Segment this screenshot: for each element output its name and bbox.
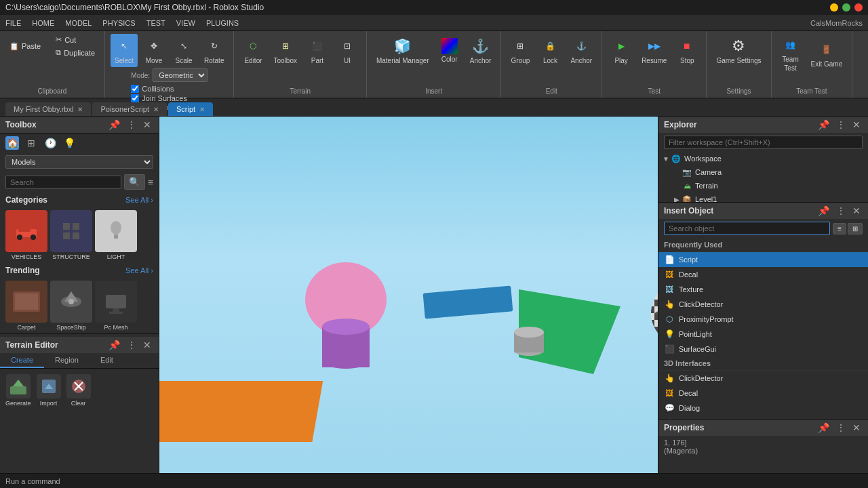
- insert-decal-freq[interactable]: 🖼 Decal: [658, 267, 868, 282]
- tab-script-close[interactable]: ✕: [199, 106, 205, 113]
- toolbox-pin[interactable]: 📌: [106, 119, 122, 130]
- terrain-tab-create[interactable]: Create: [0, 353, 44, 368]
- play-button[interactable]: ▶ Play: [608, 34, 635, 67]
- tab-poisoner[interactable]: PoisonerScript ✕: [92, 102, 167, 116]
- insert-pin[interactable]: 📌: [816, 205, 831, 216]
- color-button[interactable]: Color: [436, 35, 463, 66]
- group-button[interactable]: ⊞ Group: [507, 34, 534, 67]
- tab-obby[interactable]: My First Obby.rbxl ✕: [5, 102, 91, 116]
- search-button[interactable]: 🔍: [124, 174, 145, 190]
- move-button[interactable]: ✥ Move: [140, 34, 167, 67]
- insert-label: Insert: [425, 86, 442, 95]
- ui-button[interactable]: ⊡ UI: [334, 34, 361, 67]
- properties-pin[interactable]: 📌: [816, 422, 831, 433]
- duplicate-button[interactable]: ⧉ Duplicate: [52, 47, 99, 58]
- categories-see-all[interactable]: See All ›: [125, 196, 153, 204]
- part-button[interactable]: ⬛ Part: [304, 34, 331, 67]
- toolbox-tab-clock[interactable]: 🕐: [43, 136, 57, 150]
- properties-close[interactable]: ✕: [850, 422, 863, 433]
- anchor-button[interactable]: ⚓ Anchor: [466, 34, 496, 67]
- terrain-tab-edit[interactable]: Edit: [90, 353, 124, 368]
- insert-surfacegui[interactable]: ⬛ SurfaceGui: [658, 342, 868, 357]
- terrain-clear[interactable]: Clear: [66, 374, 91, 407]
- category-structure[interactable]: STRUCTURE: [50, 210, 92, 260]
- toolbox-tab-models[interactable]: 🏠: [5, 136, 19, 150]
- tab-obby-close[interactable]: ✕: [77, 106, 83, 113]
- filter-button[interactable]: ≡: [148, 177, 153, 188]
- insert-grid-view[interactable]: ⊞: [848, 223, 863, 235]
- exit-game-button[interactable]: 🚪 Exit Game: [807, 37, 847, 70]
- explorer-more[interactable]: ⋮: [834, 119, 848, 130]
- insert-pointlight[interactable]: 💡 PointLight: [658, 327, 868, 342]
- mode-dropdown[interactable]: Geometric: [153, 68, 208, 82]
- trending-pcmesh[interactable]: Pc Mesh: [95, 281, 137, 331]
- terrain-close[interactable]: ✕: [141, 340, 153, 350]
- insert-close[interactable]: ✕: [850, 205, 863, 216]
- insert-clickdetector-freq[interactable]: 👆 ClickDetector: [658, 297, 868, 312]
- terrain-tab-region[interactable]: Region: [44, 353, 90, 368]
- trending-see-all[interactable]: See All ›: [125, 266, 153, 274]
- tree-camera[interactable]: 📷 Camera: [658, 165, 868, 179]
- join-surfaces-checkbox[interactable]: [131, 94, 139, 102]
- menu-test[interactable]: TEST: [146, 19, 165, 27]
- insert-list-view[interactable]: ≡: [833, 223, 846, 235]
- toolbox-more[interactable]: ⋮: [125, 119, 138, 130]
- tab-poisoner-close[interactable]: ✕: [153, 106, 159, 113]
- rotate-button[interactable]: ↻ Rotate: [200, 34, 228, 67]
- terrain-more[interactable]: ⋮: [125, 340, 138, 350]
- insert-script[interactable]: 📄 Script: [658, 252, 868, 267]
- tab-script[interactable]: Script ✕: [168, 102, 213, 116]
- explorer-close[interactable]: ✕: [850, 119, 863, 130]
- trending-spaceship[interactable]: SpaceShip: [50, 281, 92, 331]
- model-dropdown[interactable]: Models Plugins Audio Videos Images: [5, 155, 153, 169]
- group-anchor-button[interactable]: ⚓ Anchor: [566, 34, 596, 67]
- insert-search-input[interactable]: [664, 222, 830, 235]
- insert-more[interactable]: ⋮: [834, 205, 848, 216]
- category-vehicles[interactable]: VEHICLES: [5, 210, 47, 260]
- material-manager-button[interactable]: 🧊 Material Manager: [372, 34, 433, 67]
- maximize-button[interactable]: [842, 3, 850, 12]
- terrain-pin[interactable]: 📌: [106, 340, 122, 350]
- insert-dialog[interactable]: 💬 Dialog: [658, 401, 868, 415]
- game-settings-button[interactable]: ⚙ Game Settings: [712, 34, 765, 67]
- category-light[interactable]: LIGHT: [95, 210, 137, 260]
- terrain-generate[interactable]: Generate: [5, 374, 31, 407]
- menu-home[interactable]: HOME: [32, 19, 54, 27]
- cut-button[interactable]: ✂ Cut: [52, 34, 99, 45]
- editor-button[interactable]: ⬡ Editor: [239, 34, 267, 67]
- paste-button[interactable]: 📋 Paste: [5, 41, 45, 52]
- scale-button[interactable]: ⤡ Scale: [170, 34, 197, 67]
- select-button[interactable]: ↖ Select: [111, 34, 138, 67]
- tree-level1[interactable]: ▶ 📦 Level1: [658, 192, 868, 202]
- insert-decal[interactable]: 🖼 Decal: [658, 386, 868, 401]
- stop-button[interactable]: ⏹ Stop: [673, 34, 701, 67]
- menu-model[interactable]: MODEL: [65, 19, 92, 27]
- terrain-import[interactable]: Import: [37, 374, 61, 407]
- toolbox-tab-grid[interactable]: ⊞: [24, 136, 38, 150]
- menu-view[interactable]: VIEW: [176, 19, 195, 27]
- menu-file[interactable]: FILE: [5, 19, 21, 27]
- viewport[interactable]: X Y Z: [159, 117, 658, 473]
- trending-carpet[interactable]: Carpet: [5, 281, 47, 331]
- menu-physics[interactable]: PHYSICS: [102, 19, 135, 27]
- insert-texture[interactable]: 🖼 Texture: [658, 282, 868, 297]
- resume-button[interactable]: ▶▶ Resume: [637, 34, 671, 67]
- properties-more[interactable]: ⋮: [834, 422, 848, 433]
- toolbox-tab-star[interactable]: 💡: [62, 136, 76, 150]
- tree-terrain[interactable]: ⛰ Terrain: [658, 179, 868, 192]
- minimize-button[interactable]: [830, 3, 838, 12]
- search-input[interactable]: [5, 176, 121, 189]
- collisions-checkbox[interactable]: [131, 85, 139, 93]
- insert-proximityprompt-freq[interactable]: ⬡ ProximityPrompt: [658, 312, 868, 327]
- menu-plugins[interactable]: PLUGINS: [206, 19, 239, 27]
- scene-svg: X Y Z: [159, 117, 658, 473]
- insert-clickdetector[interactable]: 👆 ClickDetector: [658, 371, 868, 386]
- tree-workspace[interactable]: ▼ 🌐 Workspace: [658, 152, 868, 165]
- lock-button[interactable]: 🔒 Lock: [536, 34, 564, 67]
- toolbox-button[interactable]: ⊞ Toolbox: [269, 34, 300, 67]
- explorer-pin[interactable]: 📌: [816, 119, 831, 130]
- team-button[interactable]: 👥 Team Test: [777, 34, 804, 73]
- explorer-filter[interactable]: [664, 136, 863, 149]
- close-button[interactable]: [854, 3, 863, 12]
- toolbox-close[interactable]: ✕: [141, 119, 153, 130]
